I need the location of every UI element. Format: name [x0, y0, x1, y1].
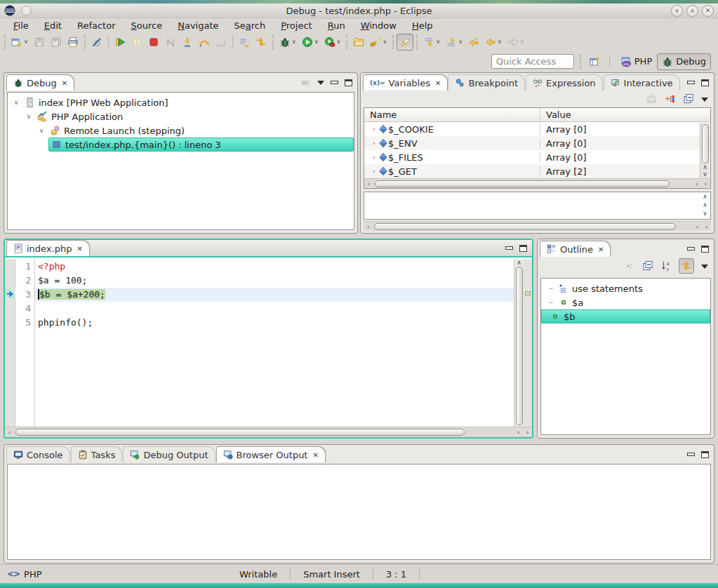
- scroll-left-button[interactable]: ‹: [514, 427, 523, 437]
- expander-icon[interactable]: ∨: [12, 99, 20, 106]
- code-line[interactable]: <?php: [35, 260, 514, 274]
- external-tools-button[interactable]: ∨: [321, 34, 344, 51]
- view-menu-button[interactable]: [317, 81, 324, 88]
- suspend-button[interactable]: [128, 34, 145, 51]
- expander-icon[interactable]: ›: [370, 126, 378, 133]
- tab-outline[interactable]: Outline ✕: [540, 241, 611, 257]
- table-row[interactable]: ›$_ENV Array [0]: [364, 136, 710, 150]
- scroll-up-button[interactable]: ∧: [517, 259, 521, 266]
- code-line[interactable]: phpinfo();: [35, 316, 514, 330]
- save-button[interactable]: [31, 34, 48, 51]
- step-into-button[interactable]: [179, 34, 196, 51]
- code-area[interactable]: <?php $a = 100; $b = $a+200; phpinfo();: [35, 259, 514, 427]
- step-return-button[interactable]: [213, 34, 230, 51]
- expander-icon[interactable]: ›: [370, 140, 378, 147]
- minimize-view-button[interactable]: [687, 453, 695, 456]
- minimize-view-button[interactable]: [687, 247, 695, 250]
- disconnect-button[interactable]: [162, 34, 179, 51]
- annotation-ruler[interactable]: [5, 259, 15, 427]
- minimize-view-button[interactable]: [331, 81, 338, 84]
- scroll-down-button[interactable]: ∨: [703, 210, 707, 217]
- perspective-php-button[interactable]: php PHP: [616, 53, 657, 70]
- tab-breakpoint[interactable]: Breakpoint: [448, 74, 525, 91]
- menu-search[interactable]: Search: [227, 20, 274, 32]
- scrollbar-thumb[interactable]: [516, 267, 523, 425]
- run-menu-arrow[interactable]: ∨: [314, 39, 319, 45]
- close-icon[interactable]: ✕: [77, 245, 82, 253]
- menu-project[interactable]: Project: [273, 20, 320, 32]
- menu-refactor[interactable]: Refactor: [69, 20, 124, 32]
- resume-button[interactable]: [112, 34, 128, 51]
- tab-index-php[interactable]: P index.php ✕: [6, 240, 90, 256]
- expander-icon[interactable]: ∨: [37, 127, 46, 134]
- view-menu-button[interactable]: [701, 98, 708, 105]
- close-icon[interactable]: ✕: [62, 79, 67, 87]
- maximize-view-button[interactable]: [701, 451, 709, 458]
- outline-item-b[interactable]: $b: [541, 309, 710, 323]
- scroll-up-button[interactable]: ∧: [703, 193, 707, 200]
- vertical-scrollbar[interactable]: ∧ ∨: [700, 123, 710, 178]
- last-edit-location-button[interactable]: [465, 34, 482, 51]
- maximize-view-button[interactable]: [701, 79, 709, 86]
- mark-occurrences-toggle[interactable]: [397, 34, 413, 51]
- table-row[interactable]: ›$_COOKIE Array [0]: [364, 122, 710, 136]
- search-menu-arrow[interactable]: ∨: [383, 39, 387, 45]
- debug-menu-arrow[interactable]: ∨: [292, 39, 296, 45]
- previous-annotation-button[interactable]: ∨: [443, 34, 465, 51]
- tab-tasks[interactable]: Tasks: [71, 446, 123, 462]
- save-all-button[interactable]: [48, 34, 65, 51]
- scroll-left-button[interactable]: ‹: [693, 222, 702, 232]
- link-with-editor-toggle[interactable]: [679, 258, 694, 274]
- new-wizard-button[interactable]: ∨: [8, 34, 31, 51]
- browser-output-content[interactable]: [7, 464, 711, 560]
- tab-debug[interactable]: Debug ✕: [6, 74, 74, 91]
- debug-button[interactable]: ∨: [277, 34, 299, 51]
- collapse-all-button[interactable]: [642, 260, 653, 272]
- tab-console[interactable]: Console: [6, 446, 70, 462]
- focus-button[interactable]: [624, 260, 635, 272]
- minimize-view-button[interactable]: [505, 246, 513, 250]
- scroll-left-button[interactable]: ‹: [5, 427, 14, 437]
- vertical-scrollbar[interactable]: ∧: [514, 259, 524, 427]
- expander-icon[interactable]: ›: [370, 154, 378, 161]
- menu-help[interactable]: Help: [404, 20, 441, 32]
- open-perspective-button[interactable]: [587, 53, 604, 70]
- horizontal-scrollbar[interactable]: ‹ ‹ ›: [364, 221, 711, 231]
- tree-item-stack-frame[interactable]: test/index.php.{main}() : lineno 3: [8, 138, 354, 152]
- variable-detail-pane[interactable]: ∧ ∧ ∨: [364, 192, 711, 220]
- show-logical-structures-button[interactable]: [665, 93, 676, 105]
- menu-file[interactable]: File: [6, 20, 36, 32]
- expander-icon[interactable]: ›: [370, 168, 378, 175]
- back-menu-arrow[interactable]: ∨: [498, 39, 502, 45]
- skip-all-breakpoints-button[interactable]: [88, 34, 105, 51]
- scrollbar-thumb[interactable]: [15, 429, 465, 436]
- previous-annotation-menu-arrow[interactable]: ∨: [458, 39, 463, 45]
- outline-item-a[interactable]: ‒ $a: [541, 295, 710, 309]
- column-value[interactable]: Value: [540, 108, 710, 121]
- maximize-view-button[interactable]: [345, 79, 352, 86]
- code-line[interactable]: [35, 302, 514, 316]
- scrollbar-thumb[interactable]: [702, 124, 709, 163]
- view-menu-button[interactable]: [701, 265, 708, 272]
- use-step-filters-button[interactable]: [236, 34, 253, 51]
- open-file-button[interactable]: [350, 34, 367, 51]
- remove-all-terminated-button[interactable]: [300, 77, 311, 88]
- scroll-left-button[interactable]: ‹: [692, 179, 701, 189]
- tab-debug-output[interactable]: Debug Output: [123, 446, 215, 462]
- scroll-left-button[interactable]: ‹: [364, 222, 373, 232]
- run-button[interactable]: ∨: [299, 34, 321, 51]
- column-name[interactable]: Name: [364, 108, 540, 121]
- search-button[interactable]: ∨: [367, 34, 390, 51]
- scroll-left-button[interactable]: ‹: [364, 179, 373, 189]
- outline-item-use-statements[interactable]: ‒ use statements: [541, 281, 710, 295]
- back-button[interactable]: ∨: [482, 34, 505, 51]
- overview-ruler[interactable]: [524, 259, 532, 427]
- scroll-down-button[interactable]: ∨: [703, 171, 707, 178]
- tab-interactive[interactable]: Interactive: [604, 74, 680, 91]
- minimize-view-button[interactable]: [687, 81, 695, 84]
- expander-icon[interactable]: ∨: [25, 113, 33, 120]
- menu-source[interactable]: Source: [124, 20, 171, 32]
- menu-run[interactable]: Run: [320, 20, 353, 32]
- tree-item-launch[interactable]: ∨ index [PHP Web Application]: [8, 95, 354, 109]
- step-over-button[interactable]: [196, 34, 213, 51]
